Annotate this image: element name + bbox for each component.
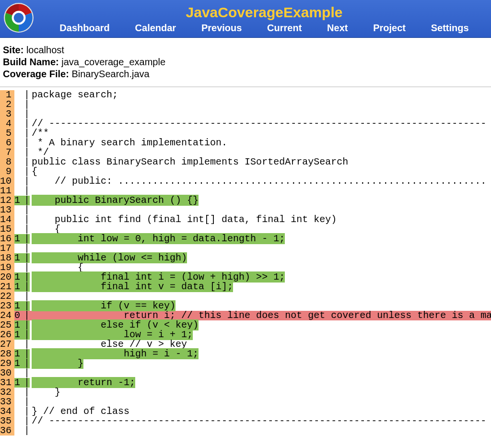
- separator: |: [23, 426, 30, 436]
- hit-count: 1: [14, 196, 23, 205]
- line-number: 3: [0, 109, 14, 119]
- hit-count: 1: [14, 272, 23, 282]
- meta-block: Site: localhost Build Name: java_coverag…: [0, 38, 491, 87]
- hit-count: 1: [14, 330, 23, 340]
- hit-count: [14, 215, 23, 224]
- separator: |: [23, 272, 30, 282]
- code-text: [30, 368, 491, 378]
- separator: |: [23, 311, 30, 320]
- nav-project[interactable]: Project: [373, 23, 406, 34]
- nav: Dashboard Calendar Previous Current Next…: [37, 23, 491, 34]
- code-row: 261| low = i + 1;: [0, 330, 491, 340]
- line-number: 13: [0, 205, 14, 215]
- hit-count: [14, 416, 23, 426]
- line-number: 18: [0, 253, 14, 263]
- separator: |: [23, 205, 30, 215]
- code-text: return i; // this line does not get cove…: [30, 311, 491, 320]
- code-text: while (low <= high): [30, 253, 491, 263]
- line-number: 14: [0, 215, 14, 224]
- separator: |: [23, 186, 30, 196]
- separator: |: [23, 224, 30, 234]
- code-text: [30, 186, 491, 196]
- code-row: 8|public class BinarySearch implements I…: [0, 157, 491, 167]
- separator: |: [23, 138, 30, 148]
- code-row: 211| final int v = data [i];: [0, 282, 491, 292]
- code-text: else // v > key: [30, 340, 491, 349]
- nav-previous[interactable]: Previous: [201, 23, 242, 34]
- code-row: 11|: [0, 186, 491, 196]
- code-text: // -------------------------------------…: [30, 416, 491, 426]
- separator: |: [23, 378, 30, 388]
- svg-point-2: [14, 13, 24, 23]
- code-row: 13|: [0, 205, 491, 215]
- nav-calendar[interactable]: Calendar: [135, 23, 176, 34]
- code-text: /**: [30, 129, 491, 138]
- separator: |: [23, 234, 30, 244]
- code-text: return -1;: [30, 378, 491, 388]
- nav-dashboard[interactable]: Dashboard: [59, 23, 109, 34]
- code-row: 311| return -1;: [0, 378, 491, 388]
- code-row: 240| return i; // this line does not get…: [0, 311, 491, 320]
- separator: |: [23, 301, 30, 311]
- line-number: 30: [0, 368, 14, 378]
- hit-count: [14, 119, 23, 129]
- separator: |: [23, 196, 30, 205]
- nav-settings[interactable]: Settings: [431, 23, 469, 34]
- line-number: 17: [0, 244, 14, 253]
- separator: |: [23, 330, 30, 340]
- line-number: 19: [0, 263, 14, 272]
- site-value: localhost: [26, 45, 64, 55]
- hit-count: [14, 109, 23, 119]
- hit-count: [14, 244, 23, 253]
- line-number: 15: [0, 224, 14, 234]
- hit-count: [14, 388, 23, 397]
- code-text: {: [30, 167, 491, 177]
- separator: |: [23, 244, 30, 253]
- code-text: [30, 109, 491, 119]
- line-number: 34: [0, 407, 14, 416]
- code-text: high = i - 1;: [30, 349, 491, 359]
- line-number: 6: [0, 138, 14, 148]
- code-text: * A binary search implementation.: [30, 138, 491, 148]
- code-text: if (v == key): [30, 301, 491, 311]
- code-row: 10| // public: .........................…: [0, 177, 491, 186]
- code-text: public int find (final int[] data, final…: [30, 215, 491, 224]
- nav-next[interactable]: Next: [327, 23, 348, 34]
- separator: |: [23, 349, 30, 359]
- code-row: 2|: [0, 100, 491, 109]
- line-number: 20: [0, 272, 14, 282]
- code-row: 30|: [0, 368, 491, 378]
- code-row: 291| }: [0, 359, 491, 368]
- line-number: 10: [0, 177, 14, 186]
- code-row: 161| int low = 0, high = data.length - 1…: [0, 234, 491, 244]
- line-number: 35: [0, 416, 14, 426]
- code-row: 281| high = i - 1;: [0, 349, 491, 359]
- code-row: 14| public int find (final int[] data, f…: [0, 215, 491, 224]
- code-text: public BinarySearch () {}: [30, 196, 491, 205]
- separator: |: [23, 359, 30, 368]
- code-row: 7| */: [0, 148, 491, 157]
- line-number: 31: [0, 378, 14, 388]
- code-row: 181| while (low <= high): [0, 253, 491, 263]
- hit-count: [14, 368, 23, 378]
- code-text: {: [30, 263, 491, 272]
- code-text: [30, 100, 491, 109]
- code-text: [30, 292, 491, 301]
- code-text: final int v = data [i];: [30, 282, 491, 292]
- separator: |: [23, 119, 30, 129]
- line-number: 16: [0, 234, 14, 244]
- nav-current[interactable]: Current: [267, 23, 302, 34]
- hit-count: [14, 167, 23, 177]
- separator: |: [23, 90, 30, 100]
- coverage-file-value: BinarySearch.java: [71, 69, 149, 79]
- separator: |: [23, 407, 30, 416]
- hit-count: [14, 426, 23, 436]
- hit-count: 1: [14, 282, 23, 292]
- line-number: 4: [0, 119, 14, 129]
- code-row: 1|package search;: [0, 90, 491, 100]
- separator: |: [23, 157, 30, 167]
- code-row: 201| final int i = (low + high) >> 1;: [0, 272, 491, 282]
- line-number: 32: [0, 388, 14, 397]
- hit-count: [14, 292, 23, 301]
- hit-count: [14, 407, 23, 416]
